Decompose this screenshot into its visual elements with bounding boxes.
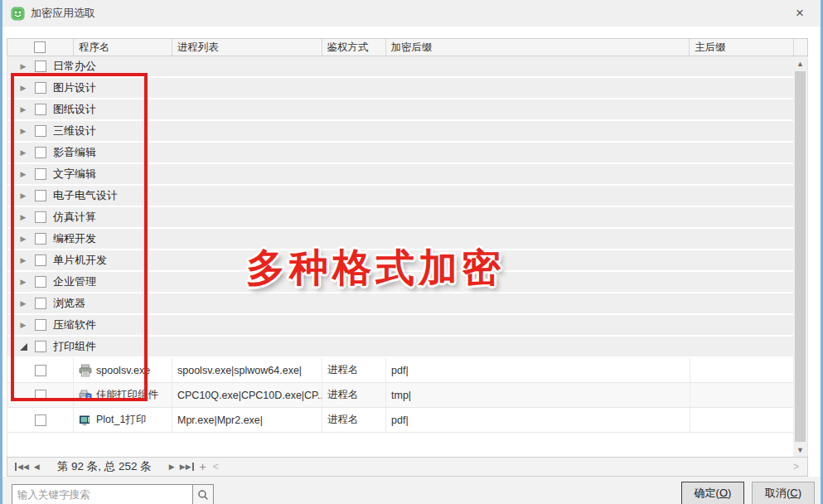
group-checkbox[interactable] <box>35 276 46 288</box>
group-checkbox[interactable] <box>35 211 46 223</box>
expand-arrow-icon[interactable]: ▶ <box>21 322 27 329</box>
encrypt-suffix: tmp| <box>386 383 690 407</box>
select-all-checkbox[interactable] <box>34 41 46 53</box>
scroll-down-icon[interactable]: ▼ <box>793 443 807 457</box>
group-checkbox[interactable] <box>35 125 46 137</box>
row-checkbox[interactable] <box>35 365 46 376</box>
encrypt-suffix: pdf| <box>386 358 690 382</box>
group-checkbox[interactable] <box>35 319 46 331</box>
expand-arrow-icon[interactable]: ▶ <box>21 128 27 135</box>
grid-body: ▶ 日常办公 ▶ 图片设计 ▶ 图纸设计 ▶ 三维设计 <box>7 56 808 457</box>
encrypt-suffix: pdf| <box>386 408 690 432</box>
tree-group-av-editing[interactable]: ▶ 影音编辑 <box>7 143 795 164</box>
title-bar: 加密应用选取 × <box>2 0 821 27</box>
tree-group-enterprise-mgmt[interactable]: ▶ 企业管理 <box>7 272 795 293</box>
group-label: 日常办公 <box>53 59 96 74</box>
collapse-left-icon[interactable]: < <box>213 461 219 472</box>
app-icon <box>11 7 25 21</box>
search-button[interactable] <box>192 484 214 504</box>
group-label: 文字编辑 <box>53 167 96 182</box>
prev-page-icon[interactable]: ◀ <box>34 463 40 471</box>
group-label: 影音编辑 <box>53 145 96 160</box>
search-input[interactable] <box>12 484 192 504</box>
group-checkbox[interactable] <box>35 298 46 309</box>
column-header-processes[interactable]: 进程列表 <box>172 39 322 56</box>
group-checkbox[interactable] <box>35 341 46 352</box>
monitor-icon <box>79 414 92 427</box>
footer-bar: 确定(O) 取消(C) <box>2 477 821 504</box>
close-icon[interactable]: × <box>787 2 812 24</box>
expand-arrow-icon[interactable]: ▶ <box>21 192 27 200</box>
collapse-arrow-icon[interactable] <box>20 343 27 351</box>
expand-arrow-icon[interactable]: ▶ <box>21 300 27 308</box>
column-header-name[interactable]: 程序名 <box>74 39 172 56</box>
group-checkbox[interactable] <box>35 61 46 72</box>
tree-group-mcu-dev[interactable]: ▶ 单片机开发 <box>7 250 795 272</box>
program-name: Plot_1打印 <box>96 413 146 427</box>
tree-group-ee-design[interactable]: ▶ 电子电气设计 <box>7 186 795 207</box>
application-grid: 程序名 进程列表 鉴权方式 加密后缀 主后缀 ▶ 日常办公 ▶ 图片设计 <box>7 38 808 477</box>
tree-group-programming[interactable]: ▶ 编程开发 <box>7 229 795 250</box>
tree-group-browser[interactable]: ▶ 浏览器 <box>7 293 795 315</box>
expand-arrow-icon[interactable]: ▶ <box>21 279 27 286</box>
group-checkbox[interactable] <box>35 190 46 201</box>
ok-button[interactable]: 确定(O) <box>681 482 744 504</box>
program-name: 佳能打印组件 <box>96 388 158 402</box>
row-checkbox[interactable] <box>35 414 46 426</box>
tree-group-image-design[interactable]: ▶ 图片设计 <box>7 78 795 99</box>
expand-arrow-icon[interactable]: ▶ <box>21 257 27 264</box>
first-page-icon[interactable]: ◀◀ <box>15 463 29 471</box>
table-row[interactable]: 佳能打印组件 CPC10Q.exe|CPC10D.exe|CP... 进程名 t… <box>7 383 795 408</box>
group-label: 电子电气设计 <box>53 188 118 203</box>
process-list: Mpr.exe|Mpr2.exe| <box>172 408 322 432</box>
expand-arrow-icon[interactable]: ▶ <box>21 171 27 178</box>
expand-arrow-icon[interactable]: ▶ <box>21 149 27 157</box>
tree-group-compression[interactable]: ▶ 压缩软件 <box>7 315 795 337</box>
expand-right-icon[interactable]: > <box>793 461 799 472</box>
group-checkbox[interactable] <box>35 147 46 158</box>
tree-group-print-components[interactable]: 打印组件 <box>7 337 795 358</box>
table-row[interactable]: spoolsv.exe spoolsv.exe|splwow64.exe| 进程… <box>7 358 795 383</box>
group-checkbox[interactable] <box>35 82 46 94</box>
scroll-up-icon[interactable]: ▲ <box>793 56 807 70</box>
column-header-suffix[interactable]: 加密后缀 <box>386 39 690 56</box>
group-checkbox[interactable] <box>35 254 46 266</box>
window-title: 加密应用选取 <box>31 6 95 21</box>
tree-group-simulation[interactable]: ▶ 仿真计算 <box>7 207 795 229</box>
printer-icon <box>79 364 92 377</box>
scrollbar-thumb[interactable] <box>795 71 806 442</box>
group-label: 浏览器 <box>53 296 85 311</box>
pagination-bar: ◀◀ ◀ 第 92 条, 总 252 条 ▶ ▶▶ + < > <box>7 457 808 477</box>
expand-arrow-icon[interactable]: ▶ <box>21 106 27 114</box>
tree-group-3d-design[interactable]: ▶ 三维设计 <box>7 121 795 143</box>
tree-group-drawing-design[interactable]: ▶ 图纸设计 <box>7 99 795 121</box>
expand-arrow-icon[interactable]: ▶ <box>21 214 27 221</box>
expand-arrow-icon[interactable]: ▶ <box>21 63 27 70</box>
tree-group-daily-office[interactable]: ▶ 日常办公 <box>7 56 795 78</box>
group-label: 单片机开发 <box>53 253 107 268</box>
tree-group-text-editing[interactable]: ▶ 文字编辑 <box>7 164 795 186</box>
group-checkbox[interactable] <box>35 233 46 245</box>
pager-status: 第 92 条, 总 252 条 <box>57 459 152 474</box>
expand-arrow-icon[interactable]: ▶ <box>21 235 27 243</box>
rows-area: ▶ 日常办公 ▶ 图片设计 ▶ 图纸设计 ▶ 三维设计 <box>7 56 795 433</box>
vertical-scrollbar[interactable]: ▲ ▼ <box>793 56 807 457</box>
last-page-icon[interactable]: ▶▶ <box>180 463 194 471</box>
grid-header-row: 程序名 进程列表 鉴权方式 加密后缀 主后缀 <box>7 38 808 56</box>
encrypt-app-select-dialog: 加密应用选取 × 程序名 进程列表 鉴权方式 加密后缀 主后缀 ▶ 日常办公 <box>0 0 823 504</box>
table-row[interactable]: Plot_1打印 Mpr.exe|Mpr2.exe| 进程名 pdf| <box>7 408 795 433</box>
column-header-main-suffix[interactable]: 主后缀 <box>690 39 794 56</box>
left-window-edge <box>0 0 2 504</box>
column-header-auth[interactable]: 鉴权方式 <box>322 39 386 56</box>
group-checkbox[interactable] <box>35 168 46 180</box>
group-label: 压缩软件 <box>53 317 96 332</box>
expand-arrow-icon[interactable]: ▶ <box>21 85 27 92</box>
group-checkbox[interactable] <box>35 104 46 115</box>
add-row-icon[interactable]: + <box>200 460 206 473</box>
process-list: CPC10Q.exe|CPC10D.exe|CP... <box>172 383 322 407</box>
cancel-button[interactable]: 取消(C) <box>752 482 815 504</box>
group-label: 打印组件 <box>53 339 96 354</box>
next-page-icon[interactable]: ▶ <box>169 463 175 471</box>
group-label: 图片设计 <box>53 80 96 95</box>
row-checkbox[interactable] <box>35 390 46 401</box>
